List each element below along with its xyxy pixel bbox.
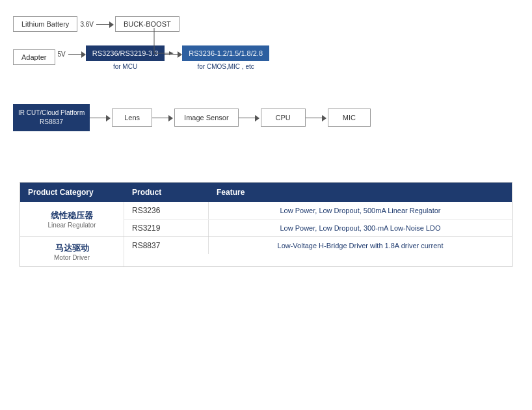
lens-box: Lens xyxy=(112,109,152,127)
row2: Adapter 5V RS3236/RS3219-3.3 for MCU RS3… xyxy=(13,45,269,70)
category-motor-driver: 马达驱动 Motor Driver xyxy=(20,237,124,266)
table-header-row: Product Category Product Feature xyxy=(20,183,512,202)
voltage2-label: 5V xyxy=(58,51,66,58)
mic-box: MIC xyxy=(328,109,371,127)
rs3236-box-group: RS3236/RS3219-3.3 for MCU xyxy=(86,45,165,70)
row1: Lithium Battery 3.6V BUCK-BOOST xyxy=(13,16,180,32)
group-linear-regulator: 线性稳压器 Linear Regulator RS3236 Low Power,… xyxy=(20,202,512,237)
feature-rs8837: Low-Voltage H-Bridge Driver with 1.8A dr… xyxy=(209,238,512,253)
motor-products: RS8837 Low-Voltage H-Bridge Driver with … xyxy=(124,237,512,266)
arrow-line3 xyxy=(165,54,178,55)
rs3236-range-box: RS3236-1.2/1.5/1.8/2.8 xyxy=(182,45,269,61)
ir-cut-box: IR CUT/Cloud PlatformRS8837 xyxy=(13,104,90,131)
th-category: Product Category xyxy=(20,183,124,202)
voltage1-label: 3.6V xyxy=(80,21,94,28)
product-rs3219: RS3219 xyxy=(124,220,209,237)
row3: IR CUT/Cloud PlatformRS8837 Lens Image S… xyxy=(13,104,371,131)
cat-zh-linear: 线性稳压器 xyxy=(51,210,93,222)
th-feature: Feature xyxy=(209,183,512,202)
cpu-box: CPU xyxy=(261,109,306,127)
linear-products: RS3236 Low Power, Low Dropout, 500mA Lin… xyxy=(124,202,512,237)
cat-en-motor: Motor Driver xyxy=(54,254,90,261)
adapter-box: Adapter xyxy=(13,49,55,65)
arrow-line2 xyxy=(68,54,81,55)
arrow1 xyxy=(109,19,114,29)
feature-rs3236: Low Power, Low Dropout, 500mA Linear Reg… xyxy=(209,203,512,218)
diagram-section: Lithium Battery 3.6V BUCK-BOOST Adapter … xyxy=(0,0,532,169)
arrow3 xyxy=(178,49,182,58)
product-rs3236: RS3236 xyxy=(124,202,209,219)
arrow2 xyxy=(81,49,86,58)
feature-rs3219: Low Power, Low Dropout, 300-mA Low-Noise… xyxy=(209,220,512,236)
rs3236-range-box-group: RS3236-1.2/1.5/1.8/2.8 for CMOS,MIC , et… xyxy=(182,45,269,70)
product-table: Product Category Product Feature 线性稳压器 L… xyxy=(20,182,512,267)
cat-en-linear: Linear Regulator xyxy=(48,222,96,229)
rs3236-sub: for MCU xyxy=(113,63,137,70)
cat-zh-motor: 马达驱动 xyxy=(55,242,89,254)
category-linear-regulator: 线性稳压器 Linear Regulator xyxy=(20,202,124,237)
lithium-battery-box: Lithium Battery xyxy=(13,16,77,32)
rs3236-rs3219-box: RS3236/RS3219-3.3 xyxy=(86,45,165,61)
table-row: RS3236 Low Power, Low Dropout, 500mA Lin… xyxy=(124,202,512,220)
product-rs8837: RS8837 xyxy=(124,237,209,254)
table-row: RS8837 Low-Voltage H-Bridge Driver with … xyxy=(124,237,512,254)
table-row: RS3219 Low Power, Low Dropout, 300-mA Lo… xyxy=(124,220,512,237)
rs3236-range-sub: for CMOS,MIC , etc xyxy=(198,63,254,70)
th-product: Product xyxy=(124,183,209,202)
buck-boost-box: BUCK-BOOST xyxy=(115,16,180,32)
image-sensor-box: Image Sensor xyxy=(174,109,238,127)
group-motor-driver: 马达驱动 Motor Driver RS8837 Low-Voltage H-B… xyxy=(20,237,512,266)
arrow-line1 xyxy=(96,24,109,25)
